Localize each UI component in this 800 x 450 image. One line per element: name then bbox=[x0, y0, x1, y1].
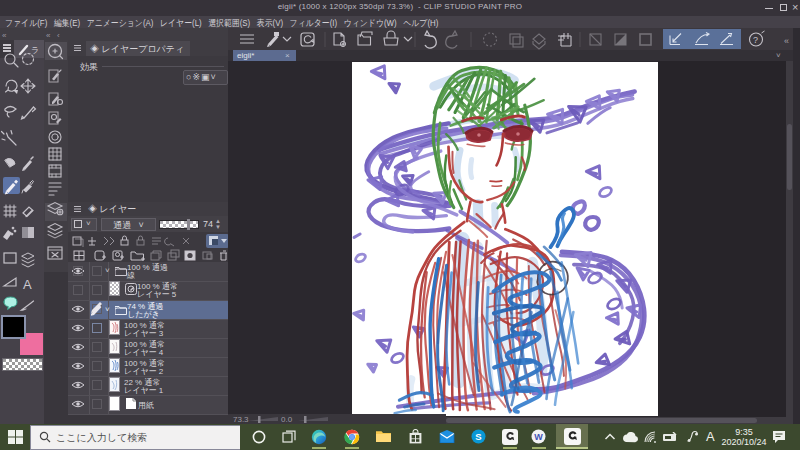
svg-text:?: ? bbox=[753, 35, 758, 45]
svg-text:W: W bbox=[534, 432, 543, 442]
svg-text:A: A bbox=[23, 277, 32, 292]
svg-text:S: S bbox=[475, 431, 481, 442]
svg-text:«: « bbox=[784, 36, 789, 46]
